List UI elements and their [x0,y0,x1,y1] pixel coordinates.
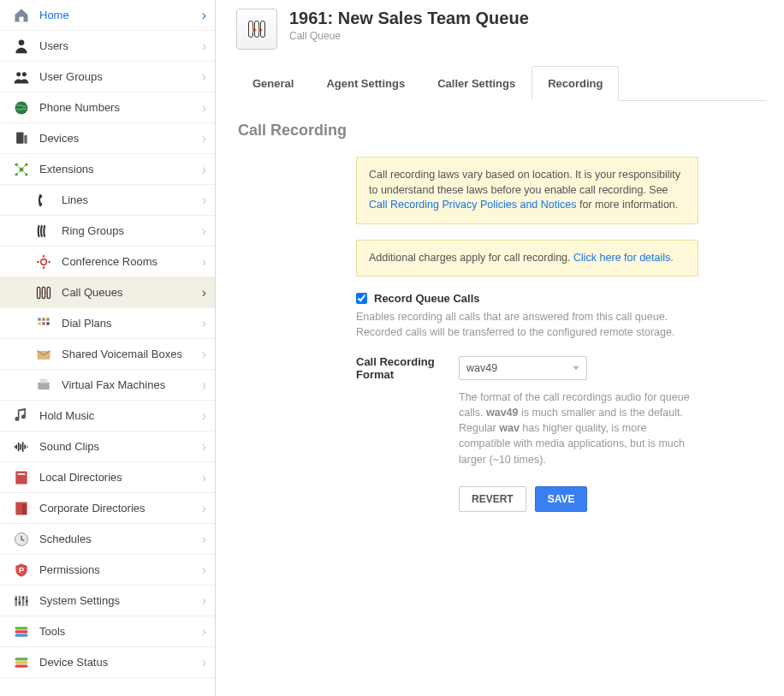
voicemail-icon [34,345,53,364]
sidebar-item-label: Users [39,39,202,52]
sidebar-item-label: Dial Plans [62,317,202,330]
dial-plan-icon [34,314,53,333]
sidebar-item-local-directories[interactable]: Local Directories› [0,462,215,493]
sidebar-item-label: Sound Clips [39,440,202,453]
user-group-icon [12,68,31,86]
charges-link[interactable]: Click here for details. [573,252,674,264]
svg-rect-43 [15,630,28,633]
sidebar-item-label: Shared Voicemail Boxes [62,348,202,360]
record-calls-checkbox[interactable] [356,293,367,304]
globe-icon [12,98,31,117]
sidebar-item-label: Conference Rooms [62,255,202,268]
svg-rect-35 [15,596,18,606]
main-content: 1961: New Sales Team Queue Call Queue Ge… [216,0,784,696]
sidebar-item-schedules[interactable]: Schedules› [0,524,215,555]
sound-icon [12,437,31,456]
chevron-right-icon: › [202,593,206,609]
svg-rect-23 [38,322,40,324]
extensions-icon [12,160,31,179]
save-button[interactable]: SAVE [535,486,588,512]
sidebar-item-sound-clips[interactable]: Sound Clips› [0,431,215,462]
page-title: 1961: New Sales Team Queue [289,9,529,28]
svg-point-4 [15,101,28,114]
permissions-icon: P [12,561,31,580]
sidebar-item-lines[interactable]: Lines› [0,185,215,216]
sidebar-item-extensions[interactable]: Extensions› [0,154,215,185]
sidebar-item-label: Virtual Fax Machines [62,378,202,391]
sidebar-item-corporate-directories[interactable]: Corporate Directories› [0,493,215,524]
app-root: Home›Users›User Groups›Phone Numbers›Dev… [0,0,784,696]
sidebar-item-shared-voicemail-boxes[interactable]: Shared Voicemail Boxes› [0,339,215,370]
svg-rect-19 [47,287,50,298]
sidebar-item-permissions[interactable]: PPermissions› [0,555,215,586]
tools-icon [12,622,31,641]
svg-point-14 [43,266,45,269]
tab-general[interactable]: General [236,66,310,101]
chevron-right-icon: › [202,378,206,393]
svg-rect-21 [42,318,45,320]
svg-rect-29 [15,471,27,484]
sidebar-item-ring-groups[interactable]: Ring Groups› [0,216,215,247]
svg-rect-36 [19,596,21,606]
fax-icon [34,376,53,395]
privacy-link[interactable]: Call Recording Privacy Policies and Noti… [369,199,576,211]
svg-point-12 [41,259,47,265]
chevron-right-icon: › [202,8,206,23]
svg-point-1 [19,39,25,45]
chevron-right-icon: › [202,162,206,177]
svg-point-16 [48,260,50,263]
content-column: Call recording laws vary based on locati… [356,157,698,512]
sidebar-item-label: Local Directories [39,471,202,484]
sidebar-item-hold-music[interactable]: Hold Music› [0,401,215,431]
ring-group-icon [34,222,53,241]
chevron-right-icon: › [202,439,206,455]
sidebar-item-devices[interactable]: Devices› [0,123,215,154]
sidebar-item-label: Schedules [39,532,202,545]
sidebar-item-label: Phone Numbers [39,101,202,114]
sidebar-item-system-settings[interactable]: System Settings› [0,586,215,616]
tabs: GeneralAgent SettingsCaller SettingsReco… [236,65,767,101]
svg-rect-48 [15,664,28,667]
device-status-icon [12,653,31,672]
sidebar-item-label: Devices [39,132,202,145]
svg-rect-17 [38,287,40,298]
sidebar-item-label: Home [39,9,202,21]
sidebar-item-dial-plans[interactable]: Dial Plans› [0,308,215,339]
sidebar-item-virtual-fax-machines[interactable]: Virtual Fax Machines› [0,370,215,401]
record-calls-row: Record Queue Calls [356,292,698,305]
sidebar-item-users[interactable]: Users› [0,31,215,62]
sidebar-item-label: Extensions [39,163,202,175]
svg-rect-45 [15,634,28,636]
tab-caller-settings[interactable]: Caller Settings [421,66,532,101]
sidebar-item-phone-numbers[interactable]: Phone Numbers› [0,92,215,123]
sidebar-item-device-status[interactable]: Device Status› [0,647,215,678]
svg-rect-44 [15,627,28,629]
sidebar-item-tools[interactable]: Tools› [0,616,215,647]
svg-rect-20 [38,318,40,320]
chevron-right-icon: › [202,69,206,85]
svg-rect-30 [18,473,25,475]
queue-icon [34,283,53,302]
line-icon [34,191,53,210]
tab-recording[interactable]: Recording [532,66,619,101]
chevron-right-icon: › [202,254,206,270]
sidebar-item-conference-rooms[interactable]: Conference Rooms› [0,247,215,277]
page-header: 1961: New Sales Team Queue Call Queue [236,0,767,50]
music-icon [12,407,31,425]
sidebar-item-user-groups[interactable]: User Groups› [0,62,215,92]
sidebar-item-label: User Groups [39,70,202,83]
format-select[interactable]: wav49 [459,356,587,380]
svg-rect-41 [22,597,25,599]
revert-button[interactable]: REVERT [459,486,526,512]
charges-text: Additional charges apply for call record… [369,252,573,264]
svg-rect-24 [42,322,45,324]
page-subtitle: Call Queue [289,30,529,42]
tab-agent-settings[interactable]: Agent Settings [310,66,421,101]
sidebar-item-home[interactable]: Home› [0,0,215,31]
chevron-right-icon: › [202,131,206,146]
svg-point-2 [16,72,21,76]
record-calls-help: Enables recording all calls that are ans… [356,310,698,340]
sidebar-item-call-queues[interactable]: Call Queues› [0,277,215,308]
home-icon [12,6,31,25]
svg-rect-6 [24,134,27,143]
